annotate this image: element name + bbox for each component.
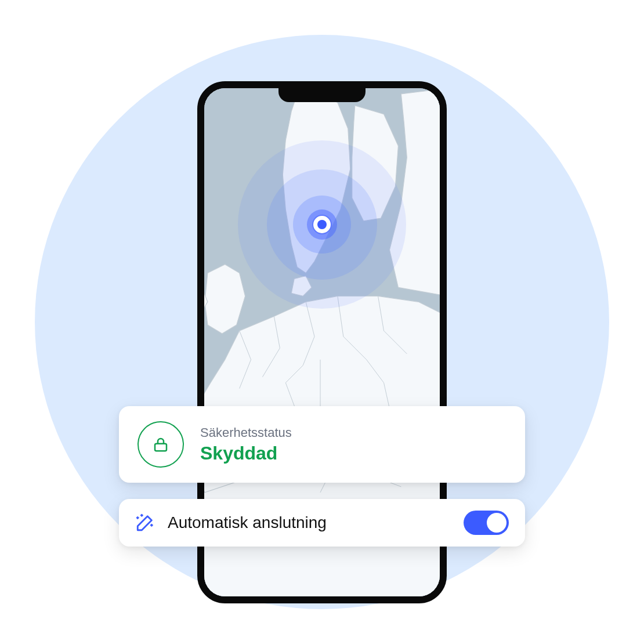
autoconnect-toggle[interactable] — [464, 511, 509, 535]
lock-icon — [138, 421, 184, 468]
autoconnect-card: Automatisk anslutning — [119, 499, 525, 547]
toggle-knob — [487, 513, 506, 533]
phone-notch — [278, 87, 366, 102]
security-status-label: Säkerhetsstatus — [200, 425, 292, 440]
security-status-card: Säkerhetsstatus Skyddad — [119, 406, 525, 483]
magic-wand-icon — [135, 513, 155, 533]
security-status-text: Säkerhetsstatus Skyddad — [200, 425, 292, 464]
security-status-value: Skyddad — [200, 443, 292, 464]
overlay-cards: Säkerhetsstatus Skyddad Automatisk anslu… — [119, 406, 525, 563]
svg-rect-1 — [155, 444, 167, 451]
autoconnect-label: Automatisk anslutning — [168, 513, 464, 532]
